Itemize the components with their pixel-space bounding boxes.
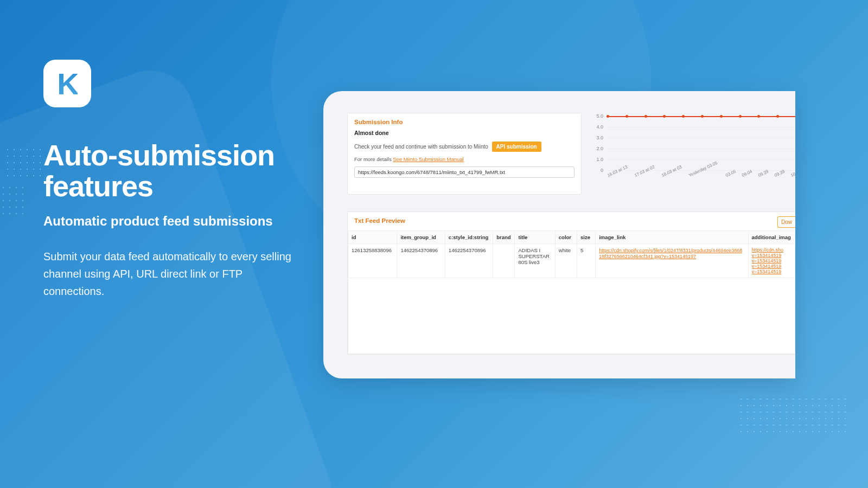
submission-info-card: Submission Info Almost done Check your f… (347, 113, 582, 195)
table-row: 1261325883809614622543708961462254370896… (348, 244, 795, 278)
additional-image-link[interactable]: https://cdn.sho (752, 247, 792, 253)
additional-image-link[interactable]: v=153414519 (752, 258, 792, 264)
check-text: Check your feed and continue with submis… (354, 144, 488, 150)
column-header: id (348, 231, 397, 244)
page-subtitle: Automatic product feed submissions (43, 213, 304, 229)
download-button[interactable]: Dow (777, 216, 795, 228)
app-logo: K (43, 60, 91, 107)
column-header: image_link (596, 231, 748, 244)
chart-x-axis: 16.03 at 1317.03 at 0218.03 at 03Yesterd… (607, 174, 795, 178)
table-cell: 5 (577, 244, 596, 278)
table-cell: ADIDAS I SUPERSTAR 80S live3 (515, 244, 555, 278)
table-cell: 12613258838096 (348, 244, 397, 278)
column-header: additional_imag (748, 231, 795, 244)
feed-url-input[interactable] (354, 166, 575, 178)
api-submission-button[interactable]: API submission (492, 142, 541, 152)
submission-check-text: Check your feed and continue with submis… (354, 142, 575, 152)
preview-title: Txt Feed Preview (348, 212, 795, 230)
column-header: size (577, 231, 596, 244)
dots-decor (4, 146, 42, 179)
table-cell: 1462254370896 (397, 244, 445, 278)
dots-decor (738, 396, 846, 434)
page-body: Submit your data feed automatically to e… (43, 248, 304, 300)
app-mockup-panel: Submission Info Almost done Check your f… (323, 91, 795, 378)
chart-grid (607, 116, 795, 170)
details-prefix: For more details (354, 156, 393, 162)
logo-letter: K (57, 66, 77, 101)
page-title: Auto-submission features (43, 140, 304, 201)
column-header: color (555, 231, 577, 244)
dots-decor (0, 184, 27, 217)
feed-table: iditem_group_idc:style_id:stringbrandtit… (348, 230, 795, 354)
table-cell (493, 244, 515, 278)
submission-manual-link[interactable]: See Miinto Submission Manual (393, 156, 463, 162)
submission-title: Submission Info (354, 119, 575, 125)
table-empty-space (348, 278, 795, 354)
chart-y-axis: 01.02.03.04.05.0 (592, 116, 605, 170)
additional-image-link[interactable]: v=153414519 (752, 253, 792, 258)
column-header: brand (493, 231, 515, 244)
table-cell: white (555, 244, 577, 278)
column-header: item_group_id (397, 231, 445, 244)
table-cell: https://cdn.shopify.com/s/files/1/0247/8… (596, 244, 748, 278)
column-header: title (515, 231, 555, 244)
table-cell: https://cdn.shov=153414519v=153414519v=1… (748, 244, 795, 278)
submission-status: Almost done (354, 130, 575, 136)
additional-image-link[interactable]: v=153414519 (752, 269, 792, 274)
submission-details: For more details See Miinto Submission M… (354, 156, 575, 162)
additional-image-link[interactable]: v=153414519 (752, 264, 792, 269)
feed-preview-card: Txt Feed Preview Dow iditem_group_idc:st… (347, 211, 795, 355)
chart-area: 01.02.03.04.05.0 16.03 at 1317.03 at 021… (582, 113, 795, 195)
image-link[interactable]: https://cdn.shopify.com/s/files/1/0247/8… (599, 248, 742, 259)
table-cell: 1462254370896 (445, 244, 493, 278)
column-header: c:style_id:string (445, 231, 493, 244)
